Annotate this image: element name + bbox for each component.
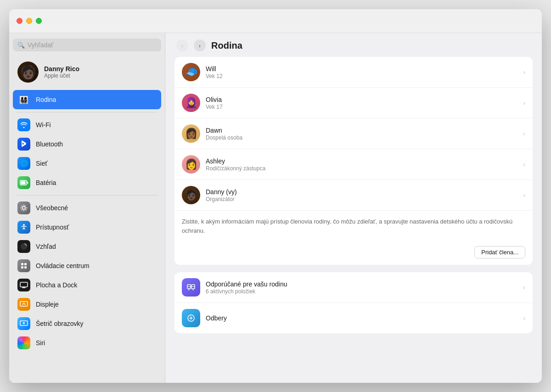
family-rec-icon bbox=[182, 278, 200, 297]
chevron-right-icon: › bbox=[523, 161, 525, 168]
member-row-will[interactable]: 🧢 Will Vek 12 › bbox=[174, 57, 533, 88]
member-row-olivia[interactable]: 🧕 Olivia Vek 17 › bbox=[174, 88, 533, 118]
svg-rect-18 bbox=[187, 286, 191, 287]
member-name: Will bbox=[206, 65, 517, 73]
member-name: Dawn bbox=[206, 127, 517, 134]
sidebar-item-screensaver[interactable]: Šetrič obrazovky bbox=[13, 314, 161, 333]
sidebar-item-label: Prístupnosť bbox=[36, 224, 69, 231]
search-bar[interactable]: 🔍 Vyhľadať bbox=[13, 39, 161, 51]
battery-icon bbox=[17, 176, 30, 189]
chevron-right-icon: › bbox=[523, 68, 525, 76]
svg-point-15 bbox=[23, 322, 25, 324]
subscriptions-icon bbox=[182, 309, 200, 327]
member-row-ashley[interactable]: 👩 Ashley Rodič/zákonný zástupca › bbox=[174, 149, 533, 180]
sidebar-item-family[interactable]: 👨‍👩‍👧‍👦 Rodina bbox=[13, 90, 161, 109]
main-header: ‹ › Rodina bbox=[165, 33, 542, 57]
svg-rect-19 bbox=[191, 286, 195, 287]
sidebar-item-label: Displeje bbox=[36, 301, 59, 308]
search-icon: 🔍 bbox=[17, 42, 25, 49]
sidebar-item-label: Sieť bbox=[36, 160, 47, 167]
network-icon: 🌐 bbox=[17, 157, 30, 170]
avatar-danny: 🧑🏿 bbox=[182, 186, 200, 204]
user-name: Danny Rico bbox=[44, 65, 79, 73]
member-info-danny: Danny (vy) Organizátor bbox=[206, 188, 517, 202]
member-role: Vek 17 bbox=[206, 104, 517, 110]
wifi-icon bbox=[17, 118, 30, 131]
members-card: 🧢 Will Vek 12 › 🧕 bbox=[174, 57, 533, 265]
sidebar-item-bluetooth[interactable]: Bluetooth bbox=[13, 134, 161, 154]
info-text: Zistite, k akým informáciám majú prístup… bbox=[174, 211, 533, 241]
close-button[interactable] bbox=[17, 18, 22, 24]
chevron-right-icon: › bbox=[523, 284, 525, 291]
control-icon bbox=[17, 259, 30, 272]
rec-subtitle: 6 aktívnych položiek bbox=[206, 288, 517, 295]
avatar-olivia: 🧕 bbox=[182, 94, 200, 112]
window-content: 🔍 Vyhľadať 🧑🏿 Danny Rico Apple účet 👨‍👩‍… bbox=[9, 33, 542, 383]
rec-info-subs: Odbery bbox=[206, 314, 517, 322]
minimize-button[interactable] bbox=[26, 18, 32, 24]
sidebar-item-label: Plocha a Dock bbox=[36, 281, 77, 289]
sidebar-item-label: Všeobecné bbox=[36, 204, 68, 212]
titlebar bbox=[9, 9, 542, 33]
sidebar-item-battery[interactable]: Batéria bbox=[13, 173, 161, 192]
avatar-ashley: 👩 bbox=[182, 155, 200, 174]
sidebar-item-label: Ovládacie centrum bbox=[36, 262, 90, 269]
sidebar-item-label: Rodina bbox=[36, 96, 56, 103]
member-role: Dospelá osoba bbox=[206, 134, 517, 141]
family-icon: 👨‍👩‍👧‍👦 bbox=[17, 93, 30, 106]
sidebar-item-wifi[interactable]: Wi-Fi bbox=[13, 115, 161, 134]
member-row-danny[interactable]: 🧑🏿 Danny (vy) Organizátor › bbox=[174, 180, 533, 211]
sidebar-item-label: Vzhľad bbox=[36, 243, 56, 250]
recommended-row-subs[interactable]: Odbery › bbox=[174, 303, 533, 333]
user-subtitle: Apple účet bbox=[44, 73, 79, 79]
sidebar-item-siri[interactable]: Siri bbox=[13, 333, 161, 353]
sidebar-item-displays[interactable]: Displeje bbox=[13, 295, 161, 314]
member-role: Vek 12 bbox=[206, 73, 517, 79]
sidebar-divider-1 bbox=[17, 112, 157, 112]
avatar-will: 🧢 bbox=[182, 63, 200, 81]
chevron-right-icon: › bbox=[523, 99, 525, 106]
sidebar-item-label: Bluetooth bbox=[36, 140, 63, 148]
desktop-icon bbox=[17, 279, 30, 291]
recommended-row-family[interactable]: Odporúčané pre vašu rodinu 6 aktívnych p… bbox=[174, 272, 533, 303]
main-panel: ‹ › Rodina 🧢 Will Vek 12 bbox=[165, 33, 542, 383]
siri-icon bbox=[17, 336, 30, 349]
bluetooth-icon bbox=[17, 138, 30, 151]
nav-back-button[interactable]: ‹ bbox=[176, 39, 188, 51]
chevron-right-icon: › bbox=[523, 314, 525, 322]
sidebar-item-desktop[interactable]: Plocha a Dock bbox=[13, 275, 161, 295]
sidebar-item-appearance[interactable]: Vzhľad bbox=[13, 237, 161, 256]
member-name: Ashley bbox=[206, 157, 517, 165]
chevron-right-icon: › bbox=[523, 191, 525, 199]
main-window: 🔍 Vyhľadať 🧑🏿 Danny Rico Apple účet 👨‍👩‍… bbox=[9, 9, 542, 383]
search-placeholder: Vyhľadať bbox=[28, 41, 53, 49]
svg-rect-8 bbox=[21, 266, 23, 269]
recommended-card: Odporúčané pre vašu rodinu 6 aktívnych p… bbox=[174, 272, 533, 333]
svg-rect-13 bbox=[20, 302, 28, 306]
sidebar-item-network[interactable]: 🌐 Sieť bbox=[13, 154, 161, 173]
sidebar-item-accessibility[interactable]: Prístupnosť bbox=[13, 218, 161, 237]
avatar-dawn: 👩🏾 bbox=[182, 124, 200, 143]
member-row-dawn[interactable]: 👩🏾 Dawn Dospelá osoba › bbox=[174, 118, 533, 149]
member-name: Olivia bbox=[206, 96, 517, 103]
member-info-olivia: Olivia Vek 17 bbox=[206, 96, 517, 110]
svg-rect-12 bbox=[23, 287, 24, 288]
sidebar-item-label: Šetrič obrazovky bbox=[36, 320, 83, 327]
rec-name: Odporúčané pre vašu rodinu bbox=[206, 280, 517, 288]
svg-rect-1 bbox=[27, 182, 28, 184]
sidebar-item-control[interactable]: Ovládacie centrum bbox=[13, 256, 161, 275]
member-info-ashley: Ashley Rodič/zákonný zástupca bbox=[206, 157, 517, 172]
rec-info-family: Odporúčané pre vašu rodinu 6 aktívnych p… bbox=[206, 280, 517, 295]
add-member-row: Pridať člena... bbox=[174, 241, 533, 265]
traffic-lights bbox=[17, 18, 42, 24]
maximize-button[interactable] bbox=[36, 18, 42, 24]
add-member-button[interactable]: Pridať člena... bbox=[474, 246, 525, 258]
user-profile[interactable]: 🧑🏿 Danny Rico Apple účet bbox=[13, 58, 161, 86]
sidebar: 🔍 Vyhľadať 🧑🏿 Danny Rico Apple účet 👨‍👩‍… bbox=[9, 33, 165, 383]
svg-point-4 bbox=[23, 224, 25, 226]
sidebar-item-general[interactable]: Všeobecné bbox=[13, 198, 161, 218]
nav-forward-button[interactable]: › bbox=[194, 39, 206, 51]
sidebar-item-label: Wi-Fi bbox=[36, 121, 51, 129]
accessibility-icon bbox=[17, 221, 30, 234]
svg-rect-9 bbox=[24, 266, 27, 269]
